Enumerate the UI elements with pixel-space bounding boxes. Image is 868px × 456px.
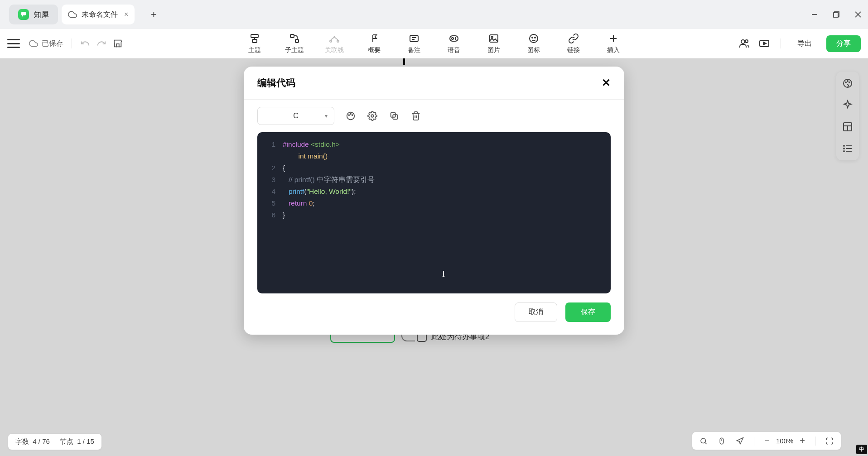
delete-icon[interactable] bbox=[410, 110, 421, 121]
save-button[interactable]: 保存 bbox=[565, 302, 611, 322]
svg-rect-8 bbox=[290, 34, 294, 38]
language-select-value: C bbox=[293, 112, 299, 120]
svg-point-21 bbox=[535, 37, 535, 38]
tool-topic[interactable]: 主题 bbox=[244, 33, 265, 54]
menu-button[interactable] bbox=[7, 39, 20, 48]
divider bbox=[72, 38, 72, 48]
modal-toolbar: C ▾ bbox=[244, 100, 624, 132]
emoji-icon bbox=[528, 33, 539, 44]
image-icon bbox=[488, 33, 499, 44]
document-tab-title: 未命名文件 bbox=[82, 10, 118, 19]
svg-rect-9 bbox=[295, 39, 299, 43]
redo-button[interactable] bbox=[96, 38, 106, 48]
save-status: 已保存 bbox=[29, 39, 63, 48]
tool-label: 概要 bbox=[368, 46, 381, 54]
tool-label: 语音 bbox=[448, 46, 460, 54]
tool-subtopic[interactable]: 子主题 bbox=[284, 33, 305, 54]
chevron-down-icon: ▾ bbox=[325, 113, 328, 119]
export-button[interactable]: 导出 bbox=[792, 35, 817, 52]
tool-emoji[interactable]: 图标 bbox=[523, 33, 545, 54]
maximize-button[interactable] bbox=[832, 10, 841, 19]
theme-icon[interactable] bbox=[345, 110, 356, 121]
video-icon[interactable] bbox=[759, 38, 770, 49]
modal-close-button[interactable]: ✕ bbox=[602, 77, 611, 89]
insert-icon bbox=[608, 33, 619, 44]
code-editor[interactable]: I 1#include <stdio.h> int main()2{3 // p… bbox=[257, 132, 611, 293]
zoom-out-button[interactable]: − bbox=[764, 436, 770, 446]
code-content: // printf() 中字符串需要引号 bbox=[283, 174, 375, 186]
svg-point-43 bbox=[352, 115, 353, 115]
search-icon[interactable] bbox=[699, 437, 708, 445]
zoom-controls: − 100% + bbox=[764, 436, 805, 446]
subtopic-icon bbox=[289, 33, 300, 44]
svg-point-11 bbox=[337, 40, 339, 42]
tab-group: 知犀 未命名文件 × + bbox=[9, 5, 161, 24]
tool-insert[interactable]: 插入 bbox=[603, 33, 624, 54]
code-line: 5 return 0; bbox=[257, 197, 611, 209]
cancel-button[interactable]: 取消 bbox=[515, 302, 557, 322]
settings-icon[interactable] bbox=[367, 110, 378, 121]
svg-point-24 bbox=[741, 40, 745, 43]
svg-line-49 bbox=[705, 442, 707, 444]
document-tab[interactable]: 未命名文件 × bbox=[62, 5, 135, 24]
cloud-sync-icon bbox=[29, 39, 38, 48]
tool-label: 备注 bbox=[408, 46, 420, 54]
summary-icon bbox=[369, 33, 380, 44]
close-window-button[interactable] bbox=[854, 10, 863, 19]
code-line: 4 printf("Hello, World!"); bbox=[257, 186, 611, 197]
tool-image[interactable]: 图片 bbox=[483, 33, 505, 54]
share-button[interactable]: 分享 bbox=[826, 35, 861, 52]
collaborators-icon[interactable] bbox=[739, 38, 750, 49]
app-name: 知犀 bbox=[34, 10, 49, 20]
tool-link[interactable]: 链接 bbox=[563, 33, 584, 54]
cloud-icon bbox=[68, 10, 77, 19]
svg-rect-5 bbox=[251, 34, 258, 38]
fullscreen-icon[interactable] bbox=[825, 437, 834, 445]
svg-marker-27 bbox=[763, 42, 766, 45]
link-icon bbox=[568, 33, 579, 44]
ime-indicator[interactable]: 中 bbox=[856, 445, 867, 454]
tool-label: 图片 bbox=[487, 46, 500, 54]
svg-rect-12 bbox=[410, 35, 418, 42]
copy-icon[interactable] bbox=[389, 110, 400, 121]
code-line: 1#include <stdio.h> bbox=[257, 139, 611, 150]
svg-point-45 bbox=[371, 115, 374, 117]
tool-audio[interactable]: 语音 bbox=[443, 33, 465, 54]
toolbar-center: 主题子主题关联线概要备注语音图片图标链接插入 bbox=[244, 33, 624, 54]
svg-point-25 bbox=[745, 40, 748, 43]
svg-point-19 bbox=[530, 34, 538, 43]
modal-footer: 取消 保存 bbox=[244, 302, 624, 335]
line-number: 6 bbox=[265, 209, 275, 221]
line-number: 2 bbox=[265, 162, 275, 174]
divider bbox=[815, 437, 815, 446]
code-content: #include <stdio.h> bbox=[283, 139, 340, 150]
relation-icon bbox=[329, 33, 340, 44]
code-content: { bbox=[283, 162, 285, 174]
code-line: int main() bbox=[257, 150, 611, 162]
modal-overlay: 编辑代码 ✕ C ▾ I 1#include <stdio.h> int mai… bbox=[0, 58, 868, 456]
tool-label: 插入 bbox=[607, 46, 620, 54]
word-count: 字数 4 / 76 bbox=[15, 437, 50, 446]
tool-summary[interactable]: 概要 bbox=[363, 33, 385, 54]
tool-relation: 关联线 bbox=[323, 33, 345, 54]
window-controls bbox=[810, 0, 863, 29]
tool-note[interactable]: 备注 bbox=[403, 33, 425, 54]
mouse-icon[interactable] bbox=[718, 437, 726, 445]
location-icon[interactable] bbox=[736, 437, 744, 445]
svg-rect-50 bbox=[720, 438, 724, 444]
svg-point-44 bbox=[350, 114, 351, 115]
minimize-button[interactable] bbox=[810, 10, 819, 19]
undo-button[interactable] bbox=[80, 38, 90, 48]
svg-point-42 bbox=[348, 115, 349, 115]
language-select[interactable]: C ▾ bbox=[257, 107, 334, 125]
svg-marker-52 bbox=[737, 437, 743, 444]
zoom-in-button[interactable]: + bbox=[800, 436, 805, 446]
shop-icon[interactable] bbox=[113, 38, 123, 48]
tool-label: 主题 bbox=[248, 46, 261, 54]
close-tab-button[interactable]: × bbox=[124, 10, 128, 19]
divider bbox=[754, 437, 754, 446]
tool-label: 链接 bbox=[567, 46, 580, 54]
new-tab-button[interactable]: + bbox=[146, 7, 161, 22]
app-tab[interactable]: 知犀 bbox=[9, 5, 58, 24]
app-logo-icon bbox=[18, 9, 29, 20]
